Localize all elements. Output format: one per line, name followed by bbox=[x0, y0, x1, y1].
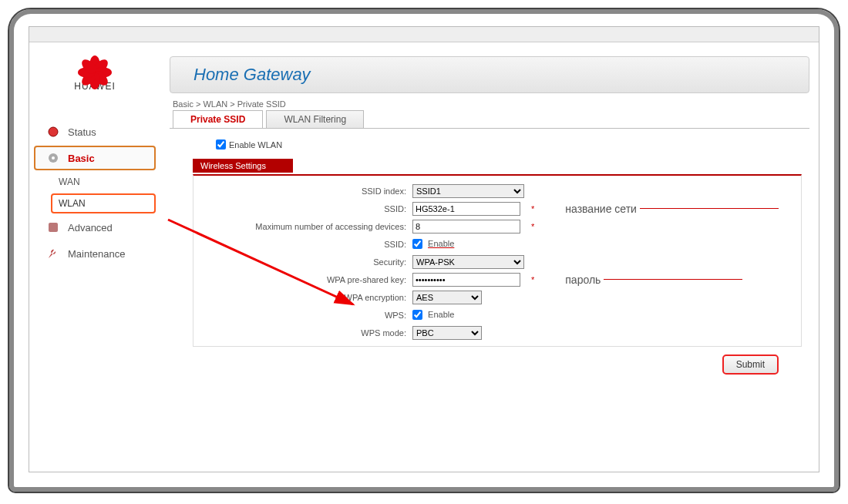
enable-wlan-label: Enable WLAN bbox=[229, 140, 282, 150]
underline bbox=[640, 208, 779, 209]
security-select[interactable]: WPA-PSK bbox=[412, 255, 524, 269]
gear-icon bbox=[46, 151, 60, 165]
label-wps-mode: WPS mode: bbox=[197, 328, 412, 338]
tab-private-ssid[interactable]: Private SSID bbox=[173, 110, 263, 128]
tab-bar: Private SSID WLAN Filtering bbox=[173, 110, 819, 128]
required-mark: * bbox=[531, 204, 534, 213]
svg-point-0 bbox=[49, 127, 58, 136]
window-chrome bbox=[29, 27, 819, 42]
ssid-index-select[interactable]: SSID1 bbox=[412, 184, 524, 198]
ssid-input[interactable] bbox=[412, 202, 520, 216]
sidebar: HUAWEI Status Basic WAN bbox=[29, 42, 160, 472]
svg-rect-3 bbox=[49, 223, 58, 232]
status-icon bbox=[46, 125, 60, 139]
underline bbox=[604, 279, 742, 280]
wps-mode-select[interactable]: PBC bbox=[412, 326, 482, 340]
label-psk: WPA pre-shared key: bbox=[197, 275, 412, 284]
page-title: Home Gateway bbox=[170, 56, 809, 93]
label-security: Security: bbox=[197, 257, 412, 267]
required-mark: * bbox=[531, 275, 534, 284]
label-wps: WPS: bbox=[197, 311, 412, 320]
nav-label: Status bbox=[68, 126, 96, 138]
wps-enable-text: Enable bbox=[428, 310, 454, 319]
nav-wan[interactable]: WAN bbox=[51, 172, 156, 192]
tab-wlan-filtering[interactable]: WLAN Filtering bbox=[266, 110, 364, 128]
max-dev-input[interactable] bbox=[412, 220, 520, 234]
note-password: пароль bbox=[565, 274, 601, 286]
tools-icon bbox=[46, 220, 60, 234]
nav-wlan[interactable]: WLAN bbox=[51, 193, 156, 213]
nav-label: WAN bbox=[59, 176, 80, 187]
wireless-settings-form: SSID index: SSID1 SSID: * название сети … bbox=[193, 174, 802, 347]
encryption-select[interactable]: AES bbox=[412, 291, 482, 304]
ssid-enable-text: Enable bbox=[428, 239, 454, 248]
nav-label: Advanced bbox=[68, 222, 113, 234]
nav-label: Maintenance bbox=[68, 248, 125, 260]
nav-advanced[interactable]: Advanced bbox=[34, 215, 156, 240]
label-max-dev: Maximum number of accessing devices: bbox=[197, 222, 412, 231]
label-ssid: SSID: bbox=[197, 204, 412, 213]
svg-point-2 bbox=[52, 156, 55, 160]
brand-logo: HUAWEI bbox=[29, 42, 160, 96]
required-mark: * bbox=[531, 222, 534, 231]
ssid-enable-checkbox[interactable] bbox=[412, 239, 422, 249]
nav-label: WLAN bbox=[59, 198, 86, 209]
enable-wlan-checkbox[interactable] bbox=[216, 139, 226, 150]
breadcrumb: Basic > WLAN > Private SSID bbox=[173, 99, 819, 109]
submit-button[interactable]: Submit bbox=[722, 354, 779, 375]
psk-input[interactable] bbox=[412, 273, 520, 287]
nav-status[interactable]: Status bbox=[34, 119, 156, 144]
nav-label: Basic bbox=[68, 153, 95, 164]
label-ssid-index: SSID index: bbox=[197, 186, 412, 196]
wps-enable-checkbox[interactable] bbox=[412, 310, 422, 320]
label-encryption: WPA encryption: bbox=[197, 293, 412, 302]
section-header: Wireless Settings bbox=[193, 159, 293, 173]
label-ssid-enable: SSID: bbox=[197, 240, 412, 249]
note-network-name: название сети bbox=[565, 203, 637, 215]
nav-maintenance[interactable]: Maintenance bbox=[34, 241, 156, 266]
wrench-icon bbox=[46, 247, 60, 260]
nav-basic[interactable]: Basic bbox=[34, 146, 156, 170]
